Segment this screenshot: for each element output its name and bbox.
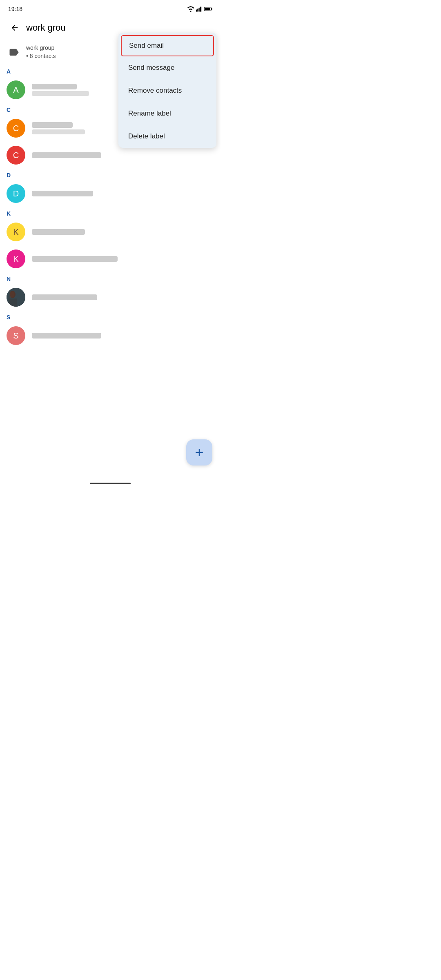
status-bar: 19:18: [0, 0, 220, 16]
svg-rect-0: [196, 10, 197, 12]
battery-icon: [204, 7, 212, 11]
group-text: work group • 8 contacts: [26, 44, 56, 60]
avatar: S: [7, 326, 25, 345]
signal-icon: [196, 6, 203, 12]
fab-add-button[interactable]: [186, 439, 212, 466]
list-item[interactable]: S: [0, 322, 220, 349]
contact-info: [32, 294, 214, 300]
svg-rect-2: [198, 8, 199, 12]
context-menu: Send email Send message Remove contacts …: [118, 33, 216, 148]
menu-item-remove-contacts[interactable]: Remove contacts: [118, 79, 216, 102]
contact-name: [32, 152, 101, 158]
contact-name: [32, 333, 101, 339]
list-item[interactable]: D: [0, 180, 220, 207]
section-letter-k: K: [0, 207, 220, 218]
avatar: [7, 288, 25, 307]
back-button[interactable]: [7, 20, 23, 36]
svg-rect-7: [205, 8, 210, 10]
svg-rect-4: [201, 7, 202, 11]
list-item[interactable]: [0, 284, 220, 311]
svg-rect-12: [9, 298, 17, 307]
contact-name: [32, 122, 73, 128]
svg-point-11: [10, 291, 16, 298]
contact-info: [32, 191, 214, 196]
page-title: work grou: [26, 22, 66, 33]
section-letter-s: S: [0, 311, 220, 322]
group-label-icon: [7, 45, 21, 60]
contact-name: [32, 229, 85, 235]
section-letter-n: N: [0, 272, 220, 284]
svg-rect-6: [212, 8, 212, 10]
nav-indicator: [90, 483, 131, 484]
avatar: C: [7, 146, 25, 165]
contact-info: [32, 256, 214, 262]
list-item[interactable]: K: [0, 245, 220, 272]
menu-item-delete-label[interactable]: Delete label: [118, 125, 216, 148]
contact-name: [32, 256, 118, 262]
contact-detail: [32, 129, 85, 134]
avatar: C: [7, 119, 25, 138]
svg-rect-1: [197, 9, 198, 11]
contact-name: [32, 84, 77, 89]
status-time: 19:18: [8, 6, 22, 12]
avatar: K: [7, 223, 25, 241]
section-letter-d: D: [0, 169, 220, 180]
menu-item-rename-label[interactable]: Rename label: [118, 102, 216, 125]
list-item[interactable]: K: [0, 218, 220, 245]
menu-item-send-message[interactable]: Send message: [118, 56, 216, 79]
status-icons: [187, 6, 212, 12]
svg-rect-3: [200, 7, 201, 11]
contact-detail: [32, 91, 89, 96]
contact-info: [32, 229, 214, 235]
menu-item-send-email[interactable]: Send email: [121, 35, 214, 56]
contact-name: [32, 294, 97, 300]
avatar: A: [7, 80, 25, 99]
wifi-icon: [187, 6, 194, 12]
avatar: K: [7, 249, 25, 268]
contact-name: [32, 191, 93, 196]
contact-info: [32, 152, 214, 158]
group-contacts: 8 contacts: [30, 53, 56, 59]
contact-info: [32, 333, 214, 339]
group-name: work group: [26, 44, 56, 52]
avatar: D: [7, 184, 25, 203]
